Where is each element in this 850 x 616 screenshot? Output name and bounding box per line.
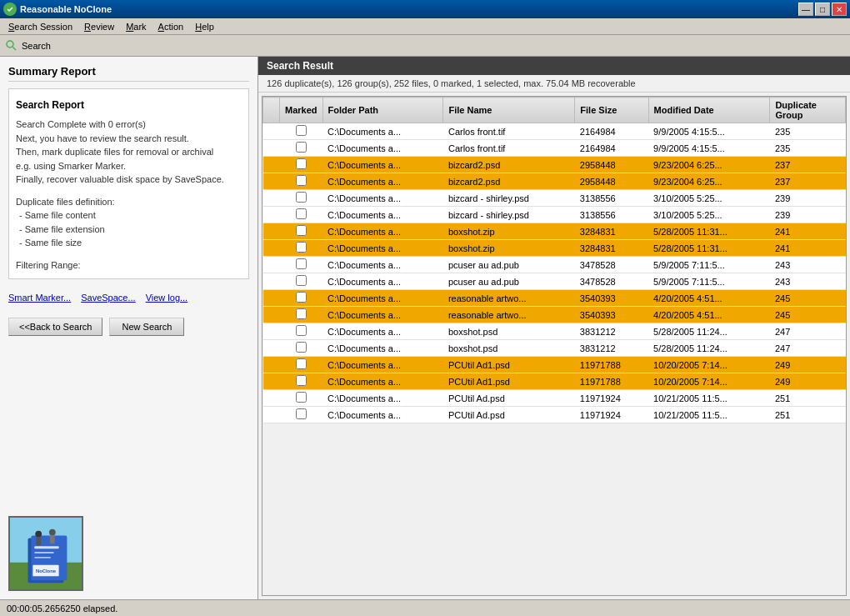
thumbnail-image: NoClone [8, 516, 83, 591]
marked-checkbox[interactable] [296, 358, 307, 369]
folder-cell: C:\Documents a... [322, 223, 443, 240]
col-marked[interactable]: Marked [280, 98, 323, 123]
marked-checkbox-cell[interactable] [280, 357, 323, 373]
marked-checkbox[interactable] [296, 308, 307, 319]
row-index [263, 290, 280, 307]
table-row[interactable]: C:\Documents a...bizcard - shirley.psd31… [263, 207, 846, 223]
marked-checkbox[interactable] [296, 158, 307, 169]
marked-checkbox[interactable] [296, 392, 307, 403]
marked-checkbox-cell[interactable] [280, 390, 323, 407]
marked-checkbox[interactable] [296, 342, 307, 353]
results-table-container[interactable]: Marked Folder Path File Name File Size M… [262, 96, 847, 596]
row-index [263, 307, 280, 323]
table-row[interactable]: C:\Documents a...PCUtil Ad.psd1197192410… [263, 390, 846, 407]
marked-checkbox-cell[interactable] [280, 307, 323, 323]
marked-checkbox-cell[interactable] [280, 207, 323, 223]
svg-rect-11 [36, 537, 41, 545]
modified-cell: 10/21/2005 11:5... [648, 407, 770, 423]
folder-cell: C:\Documents a... [322, 407, 443, 423]
table-row[interactable]: C:\Documents a...Carlos front.tif2164984… [263, 123, 846, 140]
menu-review[interactable]: Review [79, 20, 119, 33]
menu-mark[interactable]: Mark [121, 20, 151, 33]
marked-checkbox-cell[interactable] [280, 140, 323, 157]
table-row[interactable]: C:\Documents a...PCUtil Ad.psd1197192410… [263, 407, 846, 423]
folder-cell: C:\Documents a... [322, 157, 443, 173]
minimize-button[interactable]: — [798, 3, 813, 16]
marked-checkbox[interactable] [296, 258, 307, 269]
table-row[interactable]: C:\Documents a...pcuser au ad.pub3478528… [263, 273, 846, 290]
marked-checkbox[interactable] [296, 125, 307, 136]
modified-cell: 5/28/2005 11:24... [648, 340, 770, 357]
marked-checkbox-cell[interactable] [280, 273, 323, 290]
table-row[interactable]: C:\Documents a...Carlos front.tif2164984… [263, 140, 846, 157]
menu-help[interactable]: Help [190, 20, 219, 33]
marked-checkbox-cell[interactable] [280, 373, 323, 390]
marked-checkbox-cell[interactable] [280, 290, 323, 307]
table-row[interactable]: C:\Documents a...boxshot.zip32848315/28/… [263, 240, 846, 257]
marked-checkbox[interactable] [296, 408, 307, 419]
group-cell: 241 [770, 223, 846, 240]
marked-checkbox-cell[interactable] [280, 340, 323, 357]
table-row[interactable]: C:\Documents a...bizcard2.psd29584489/23… [263, 157, 846, 173]
marked-checkbox[interactable] [296, 192, 307, 203]
table-row[interactable]: C:\Documents a...bizcard - shirley.psd31… [263, 190, 846, 207]
menu-action[interactable]: Action [153, 20, 189, 33]
marked-checkbox-cell[interactable] [280, 323, 323, 340]
folder-cell: C:\Documents a... [322, 290, 443, 307]
marked-checkbox[interactable] [296, 175, 307, 186]
group-cell: 249 [770, 373, 846, 390]
table-row[interactable]: C:\Documents a...boxshot.psd38312125/28/… [263, 340, 846, 357]
marked-checkbox[interactable] [296, 375, 307, 386]
back-to-search-button[interactable]: <<Back to Search [8, 318, 102, 336]
view-log-link[interactable]: View log... [146, 293, 188, 303]
menu-search-session[interactable]: Search Session [3, 20, 78, 33]
toolbar-search-label: Search [22, 41, 51, 51]
marked-checkbox-cell[interactable] [280, 407, 323, 423]
section-title: Search Report [16, 99, 242, 111]
table-row[interactable]: C:\Documents a...pcuser au ad.pub3478528… [263, 257, 846, 273]
group-cell: 243 [770, 257, 846, 273]
marked-checkbox[interactable] [296, 242, 307, 253]
marked-checkbox-cell[interactable] [280, 223, 323, 240]
marked-checkbox-cell[interactable] [280, 157, 323, 173]
folder-cell: C:\Documents a... [322, 190, 443, 207]
marked-checkbox[interactable] [296, 142, 307, 153]
smart-marker-link[interactable]: Smart Marker... [8, 293, 71, 303]
table-row[interactable]: C:\Documents a...boxshot.zip32848315/28/… [263, 223, 846, 240]
table-row[interactable]: C:\Documents a...reasonable artwo...3540… [263, 307, 846, 323]
col-filename[interactable]: File Name [443, 98, 575, 123]
close-button[interactable]: ✕ [832, 3, 847, 16]
svg-rect-7 [34, 546, 58, 548]
col-size[interactable]: File Size [575, 98, 648, 123]
filename-cell: bizcard - shirley.psd [443, 190, 575, 207]
maximize-button[interactable]: □ [815, 3, 830, 16]
modified-cell: 4/20/2005 4:51... [648, 307, 770, 323]
modified-cell: 5/28/2005 11:31... [648, 240, 770, 257]
new-search-button[interactable]: New Search [109, 318, 184, 336]
marked-checkbox-cell[interactable] [280, 240, 323, 257]
table-row[interactable]: C:\Documents a...bizcard2.psd29584489/23… [263, 173, 846, 190]
marked-checkbox-cell[interactable] [280, 190, 323, 207]
marked-checkbox[interactable] [296, 208, 307, 219]
marked-checkbox[interactable] [296, 325, 307, 336]
right-panel: Search Result 126 duplicate(s), 126 grou… [258, 57, 850, 599]
marked-checkbox[interactable] [296, 275, 307, 286]
folder-cell: C:\Documents a... [322, 340, 443, 357]
marked-checkbox[interactable] [296, 292, 307, 303]
modified-cell: 10/20/2005 7:14... [648, 357, 770, 373]
col-modified[interactable]: Modified Date [648, 98, 770, 123]
table-row[interactable]: C:\Documents a...boxshot.psd38312125/28/… [263, 323, 846, 340]
table-row[interactable]: C:\Documents a...reasonable artwo...3540… [263, 290, 846, 307]
savespace-link[interactable]: SaveSpace... [81, 293, 135, 303]
folder-cell: C:\Documents a... [322, 123, 443, 140]
table-row[interactable]: C:\Documents a...PCUtil Ad1.psd119717881… [263, 373, 846, 390]
window-controls[interactable]: — □ ✕ [798, 3, 847, 16]
size-cell: 3138556 [575, 190, 648, 207]
marked-checkbox-cell[interactable] [280, 123, 323, 140]
col-group[interactable]: DuplicateGroup [770, 98, 846, 123]
marked-checkbox-cell[interactable] [280, 257, 323, 273]
marked-checkbox[interactable] [296, 225, 307, 236]
col-folder[interactable]: Folder Path [322, 98, 443, 123]
table-row[interactable]: C:\Documents a...PCUtil Ad1.psd119717881… [263, 357, 846, 373]
marked-checkbox-cell[interactable] [280, 173, 323, 190]
